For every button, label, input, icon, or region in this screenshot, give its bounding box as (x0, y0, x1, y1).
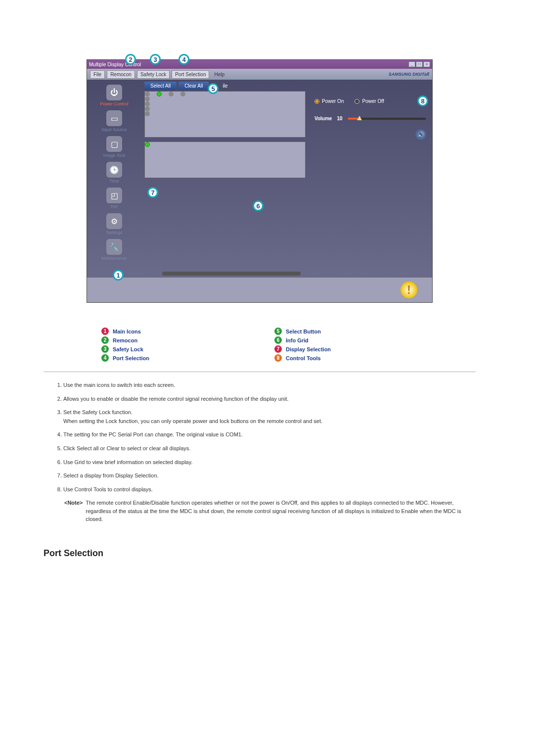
warning-icon: ! (400, 282, 417, 298)
info-grid-2 (144, 142, 306, 178)
desc-7: Select a display from Display Selection. (63, 472, 476, 480)
main-area: Select All Clear All ile (141, 80, 309, 278)
legend-item-5: 5Select Button (274, 328, 418, 335)
menu-port-selection[interactable]: Port Selection (172, 70, 209, 79)
sidebar-item-maintenance[interactable]: 🔧Maintenance (89, 239, 139, 261)
timer-off-icon (180, 92, 185, 96)
table-row[interactable] (145, 111, 305, 116)
desc-4: The setting for the PC Serial Port can c… (63, 430, 476, 439)
volume-row: Volume 10 (314, 116, 426, 121)
checkbox-icon[interactable] (145, 92, 150, 96)
marker-3: 3 (150, 54, 161, 65)
table-row[interactable] (145, 96, 305, 101)
marker-6: 6 (253, 200, 264, 211)
table-row[interactable] (145, 142, 305, 147)
description-list: Use the main icons to switch into each s… (63, 381, 476, 523)
volume-value: 10 (337, 116, 342, 121)
power-off-radio[interactable]: Power Off (355, 98, 384, 104)
legend-item-3: 3Safety Lock (101, 345, 245, 353)
control-tools: Power On Power Off Volume 10 🔊 (309, 80, 432, 278)
note-label: <Note> (64, 499, 83, 523)
sidebar: ⏻Power Control ▭Input Source ▢Image Size… (87, 80, 141, 278)
legend-item-6: 6Info Grid (274, 336, 418, 344)
checkbox-icon[interactable] (145, 111, 150, 116)
radio-icon (355, 99, 359, 104)
marker-5: 5 (208, 83, 219, 94)
maximize-button[interactable]: □ (416, 61, 423, 67)
legend-item-2: 2Remocon (101, 336, 245, 344)
grid1-body[interactable] (145, 92, 305, 137)
menu-safety-lock[interactable]: Safety Lock (137, 70, 170, 79)
desc-3: Set the Safety Lock function.When settin… (63, 408, 476, 425)
marker-2: 2 (125, 54, 136, 65)
legend-item-7: 7Display Selection (274, 345, 418, 353)
volume-knob-icon[interactable] (357, 116, 362, 120)
desc-5: Click Select all or Clear to select or c… (63, 444, 476, 453)
brand-label: SAMSUNG DIGITall (389, 72, 429, 77)
legend-item-8: 8Control Tools (274, 354, 418, 362)
table-row[interactable] (145, 106, 305, 111)
volume-fill (348, 118, 358, 120)
info-grid-1 (144, 91, 306, 138)
legend-item-1: 1Main Icons (101, 328, 245, 335)
timer-off-icon (169, 92, 174, 96)
maintenance-icon: 🔧 (106, 239, 122, 255)
note-text: The remote control Enable/Disable functi… (86, 499, 476, 523)
checkbox-icon[interactable] (145, 101, 150, 106)
close-button[interactable]: × (423, 61, 430, 67)
desc-8: Use Control Tools to control displays. <… (63, 485, 476, 523)
volume-label: Volume (314, 116, 332, 121)
input-icon: ▭ (106, 110, 122, 126)
image-size-icon: ▢ (106, 136, 122, 152)
clear-all-button[interactable]: Clear All (178, 82, 209, 90)
toolbar: Select All Clear All ile (144, 82, 306, 90)
marker-8: 8 (417, 95, 428, 106)
app-body: ⏻Power Control ▭Input Source ▢Image Size… (87, 80, 432, 278)
desc-2: Allows you to enable or disable the remo… (63, 395, 476, 404)
sidebar-item-settings[interactable]: ⚙Settings (89, 213, 139, 235)
power-on-radio[interactable]: Power On (314, 98, 344, 104)
sidebar-item-time[interactable]: 🕒Time (89, 162, 139, 184)
grid2-body[interactable] (145, 142, 305, 178)
table-row[interactable] (145, 92, 305, 96)
marker-4: 4 (178, 54, 189, 65)
checkbox-icon[interactable] (145, 106, 150, 111)
checkbox-icon[interactable] (145, 96, 150, 101)
app-window: Multiple Display Control _ □ × File Remo… (87, 59, 433, 303)
status-on-icon (145, 142, 150, 147)
bottom-bar: ! (87, 278, 432, 302)
radio-selected-icon (314, 99, 319, 104)
marker-7: 7 (147, 187, 158, 198)
volume-slider[interactable] (348, 117, 426, 120)
divider (44, 372, 476, 372)
power-row: Power On Power Off (314, 98, 426, 104)
menu-file[interactable]: File (90, 70, 105, 79)
window-title: Multiple Display Control (89, 62, 408, 67)
status-on-icon (157, 92, 162, 96)
menu-remocon[interactable]: Remocon (107, 70, 135, 79)
minimize-button[interactable]: _ (408, 61, 415, 67)
time-icon: 🕒 (106, 162, 122, 178)
legend-item-4: 4Port Selection (101, 354, 245, 362)
sidebar-item-image-size[interactable]: ▢Image Size (89, 136, 139, 158)
speaker-icon[interactable]: 🔊 (415, 129, 426, 140)
desc-1: Use the main icons to switch into each s… (63, 381, 476, 390)
sidebar-item-power[interactable]: ⏻Power Control (89, 85, 139, 106)
titlebar: Multiple Display Control _ □ × (87, 60, 432, 69)
section-heading: Port Selection (44, 548, 476, 559)
marker-1: 1 (113, 270, 124, 281)
sidebar-item-input[interactable]: ▭Input Source (89, 110, 139, 132)
power-icon: ⏻ (106, 85, 122, 100)
table-row[interactable] (145, 101, 305, 106)
desc-6: Use Grid to view brief information on se… (63, 458, 476, 467)
sidebar-item-pip[interactable]: ◰PIP (89, 188, 139, 209)
note-block: <Note> The remote control Enable/Disable… (64, 499, 476, 523)
legend: 1Main Icons 5Select Button 2Remocon 6Inf… (101, 328, 418, 362)
window-controls: _ □ × (408, 61, 430, 67)
h-scrollbar[interactable] (162, 272, 301, 276)
pip-icon: ◰ (106, 188, 122, 203)
menu-help[interactable]: Help (211, 71, 227, 78)
select-all-button[interactable]: Select All (144, 82, 177, 90)
menubar: File Remocon Safety Lock Port Selection … (87, 69, 432, 80)
settings-icon: ⚙ (106, 213, 122, 229)
